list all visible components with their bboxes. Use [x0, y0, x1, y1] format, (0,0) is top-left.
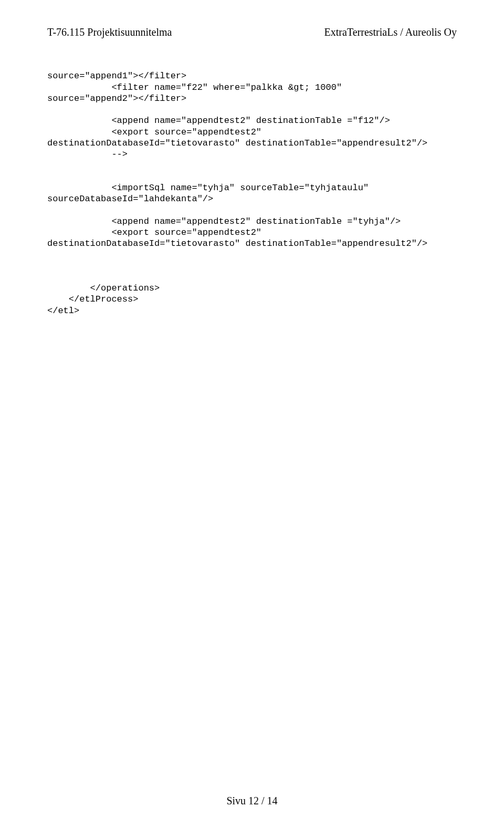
code-line: <export source="appendtest2" [47, 227, 261, 237]
code-line: source="append1"></filter> [47, 71, 186, 81]
code-line: </etl> [47, 306, 79, 316]
code-line: <importSql name="tyhja" sourceTable="tyh… [47, 183, 369, 193]
code-content: source="append1"></filter> <filter name=… [47, 59, 457, 316]
code-line: destinationDatabaseId="tietovarasto" des… [47, 239, 427, 249]
code-line: sourceDatabaseId="lahdekanta"/> [47, 194, 213, 204]
code-line: <append name="appendtest2" destinationTa… [47, 216, 401, 226]
code-line: destinationDatabaseId="tietovarasto" des… [47, 138, 427, 148]
header-right: ExtraTerrestriaLs / Aureolis Oy [324, 26, 457, 38]
code-line: <export source="appendtest2" [47, 127, 261, 137]
page-header: T-76.115 Projektisuunnitelma ExtraTerres… [47, 26, 457, 38]
code-line: </operations> [47, 283, 160, 293]
code-line: </etlProcess> [47, 294, 138, 304]
header-left: T-76.115 Projektisuunnitelma [47, 26, 172, 38]
code-line: <append name="appendtest2" destinationTa… [47, 116, 390, 126]
page-footer: Sivu 12 / 14 [0, 795, 504, 807]
code-line: --> [47, 149, 128, 159]
code-line: <filter name="f22" where="palkka &gt; 10… [47, 82, 342, 92]
page-number: Sivu 12 / 14 [226, 795, 277, 806]
code-line: source="append2"></filter> [47, 94, 186, 104]
